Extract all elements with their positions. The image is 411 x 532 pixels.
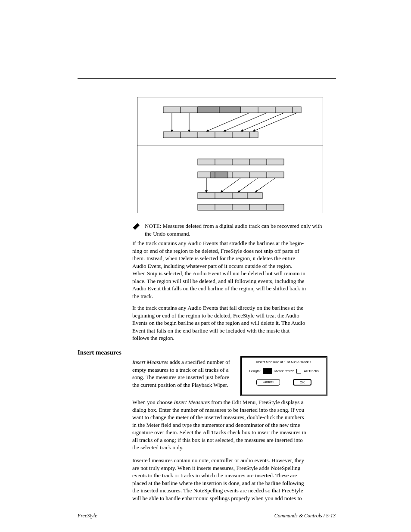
svg-rect-33 [198,193,262,199]
all-tracks-checkbox[interactable] [296,369,301,373]
svg-line-45 [256,178,275,192]
insert-measure-dialog: Insert Measure at 1 of Audio Track 1 Len… [240,356,327,396]
svg-rect-5 [219,107,241,113]
svg-line-20 [242,113,284,131]
note-text: NOTE: Measures deleted from a digital au… [145,222,334,237]
svg-line-43 [221,178,241,192]
footer-left: FreeStyle [78,513,97,519]
all-tracks-label: All Tracks [304,369,319,373]
ok-button[interactable]: OK [293,379,312,386]
svg-rect-37 [198,204,284,210]
diagram-delete-measures-1 [137,97,323,146]
paragraph-insert-3: Inserted measures contain no note, contr… [132,457,335,502]
heading-insert-measures: Insert measures [78,349,121,356]
dialog-title: Insert Measure at 1 of Audio Track 1 [242,360,326,364]
svg-rect-3 [198,107,219,113]
paragraph-insert-2: When you choose Insert Measures from the… [132,398,335,451]
length-field[interactable] [263,368,272,374]
paragraph-barline: If the track contains any Audio Events t… [132,304,335,342]
svg-rect-22 [198,159,284,165]
note-icon [132,222,141,230]
svg-line-44 [239,178,258,192]
paragraph-straddle: If the track contains any Audio Events t… [132,240,335,300]
footer-right: Commands & Controls / 5-13 [274,513,336,519]
svg-line-18 [207,113,249,131]
cancel-button[interactable]: Cancel [256,379,280,386]
diagram-delete-measures-2 [137,146,323,213]
svg-rect-28 [211,172,228,178]
horizontal-rule [78,78,336,79]
svg-rect-10 [163,132,258,138]
meter-label: Meter: ??/?? [274,369,294,373]
paragraph-insert-1: Insert Measures adds a specified number … [132,358,236,389]
length-label: Length: [249,369,261,373]
